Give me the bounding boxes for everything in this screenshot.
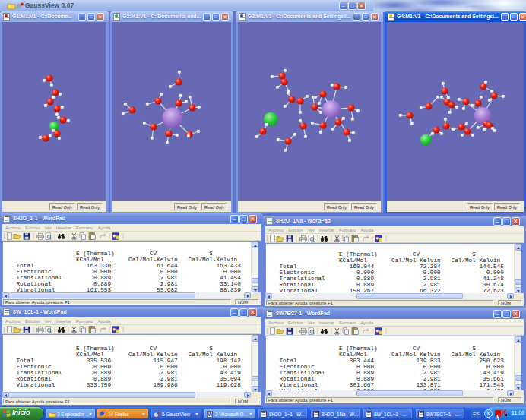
svg-text:W: W — [208, 412, 213, 417]
